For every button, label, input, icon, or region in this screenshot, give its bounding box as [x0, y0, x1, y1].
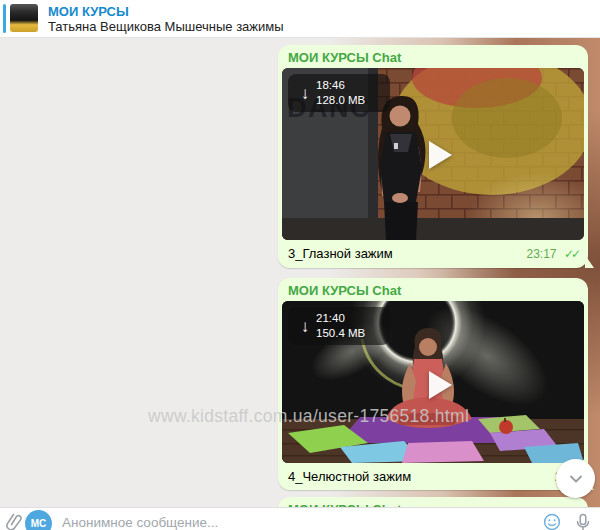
download-badge[interactable]: ↓ 18:46 128.0 MB: [288, 74, 390, 112]
message-bubble: МОИ КУРСЫ Chat: [278, 45, 588, 268]
video-duration: 18:46: [316, 78, 365, 93]
pinned-title: МОИ КУРСЫ: [48, 4, 129, 19]
video-duration: 21:40: [316, 311, 365, 326]
watermark-text: www.kidstaff.com.ua/user-1756518.html: [148, 406, 469, 427]
video-size: 150.4 MB: [316, 326, 365, 341]
video-thumbnail[interactable]: ↓ 21:40 150.4 MB: [282, 301, 584, 463]
chat-history-area[interactable]: МОИ КУРСЫ Chat: [0, 37, 600, 508]
play-icon[interactable]: [429, 371, 452, 399]
message-time: 23:17: [527, 247, 557, 261]
read-checks-icon: ✓✓: [564, 247, 578, 261]
message-composer-bar: МC Анонимное сообщение...: [0, 507, 600, 530]
attach-paperclip-icon[interactable]: [5, 512, 23, 530]
telegram-chat-window: МОИ КУРСЫ Татьяна Вещикова Мышечные зажи…: [0, 0, 600, 530]
sender-avatar[interactable]: МC: [25, 510, 52, 530]
video-size: 128.0 MB: [316, 93, 365, 108]
avatar-initials: МC: [31, 518, 47, 529]
pinned-subtitle: Татьяна Вещикова Мышечные зажимы: [48, 19, 284, 34]
chevron-down-icon: [567, 470, 585, 488]
message-sender[interactable]: МОИ КУРСЫ Chat: [278, 45, 588, 68]
message-caption: 3_Глазной зажим: [288, 246, 393, 261]
message-caption: 4_Челюстной зажим: [288, 469, 411, 484]
scroll-to-bottom-button[interactable]: [556, 459, 595, 498]
play-icon[interactable]: [429, 141, 452, 169]
microphone-icon[interactable]: [575, 513, 591, 530]
emoji-smiley-icon[interactable]: [543, 513, 561, 530]
pinned-thumbnail: [10, 4, 38, 32]
download-badge[interactable]: ↓ 21:40 150.4 MB: [288, 307, 390, 345]
download-icon: ↓: [294, 318, 316, 335]
message-bubble: МОИ КУРСЫ Chat: [278, 278, 588, 490]
message-input[interactable]: Анонимное сообщение...: [62, 515, 218, 530]
download-icon: ↓: [294, 85, 316, 102]
message-sender[interactable]: МОИ КУРСЫ Chat: [278, 278, 588, 301]
pinned-message-bar[interactable]: МОИ КУРСЫ Татьяна Вещикова Мышечные зажи…: [0, 0, 600, 38]
pinned-accent-bar: [3, 4, 6, 33]
video-thumbnail[interactable]: DANC ↓ 18:46 128: [282, 68, 584, 240]
